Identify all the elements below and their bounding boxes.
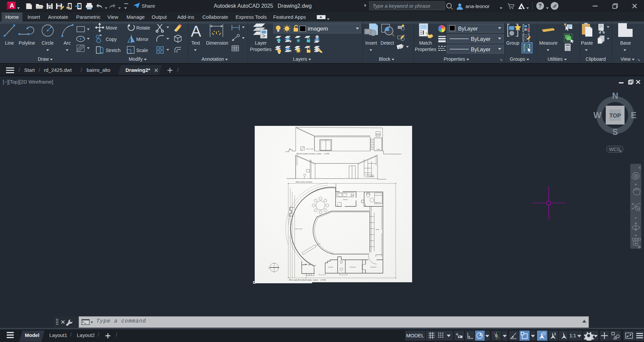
- svg-text:main room: main room: [295, 228, 302, 230]
- svg-text:bedroom: bedroom: [370, 266, 377, 268]
- svg-text:study: study: [376, 229, 379, 230]
- svg-text:bedroom: bedroom: [350, 266, 356, 268]
- svg-text:East-west section.: East-west section.: [295, 181, 313, 183]
- svg-text:N: N: [612, 91, 618, 100]
- svg-text:S: S: [612, 127, 618, 135]
- svg-text:bedroom: bedroom: [369, 175, 374, 177]
- svg-text:TOP: TOP: [609, 112, 621, 119]
- svg-text:ByLayer: ByLayer: [471, 47, 491, 52]
- svg-text:E: E: [631, 110, 637, 120]
- svg-text:Plot and first-floor plan; sca: Plot and first-floor plan; scale: 1/150.: [289, 279, 326, 281]
- svg-text:main room: main room: [306, 148, 313, 150]
- svg-text:study: study: [377, 148, 380, 150]
- svg-text:ByLayer: ByLayer: [458, 26, 478, 32]
- svg-text:North-south section; scale:: North-south section; scale: 1/150.: [296, 152, 330, 155]
- svg-text:A: A: [10, 2, 14, 9]
- svg-text:A: A: [191, 22, 201, 40]
- svg-text:bathroom: bathroom: [375, 202, 381, 203]
- svg-text:kitchen: kitchen: [343, 199, 348, 200]
- svg-text:W: W: [593, 110, 601, 120]
- svg-text:ByLayer: ByLayer: [471, 36, 491, 42]
- svg-text:imagem: imagem: [308, 26, 328, 32]
- svg-text:storage: storage: [328, 266, 333, 268]
- svg-text:N: N: [268, 267, 269, 269]
